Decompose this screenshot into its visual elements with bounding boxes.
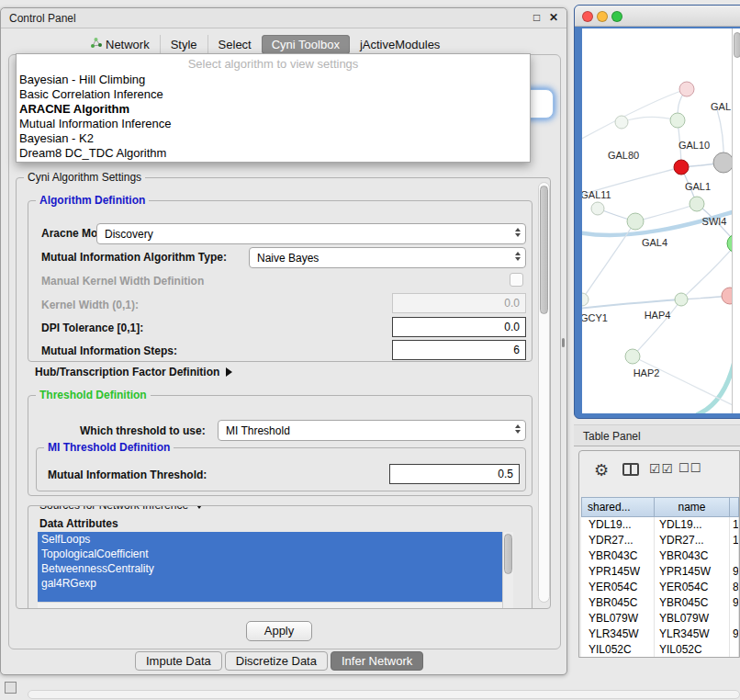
mi-algorithm-type-value: Naive Bayes xyxy=(257,252,319,265)
attributes-list-hscrollbar[interactable] xyxy=(38,602,502,608)
apply-button[interactable]: Apply xyxy=(246,621,312,641)
algorithm-option[interactable]: Basic Correlation Inference xyxy=(17,87,530,102)
gear-icon[interactable]: ⚙ xyxy=(594,460,609,480)
table-row[interactable]: YDL19...YDL19...13 xyxy=(581,517,739,533)
tab-jactivemodules[interactable]: jActiveModules xyxy=(350,35,450,54)
algorithm-option[interactable]: ARACNE Algorithm xyxy=(17,102,530,117)
dpi-tolerance-input[interactable]: 0.0 xyxy=(392,317,526,337)
traffic-light-close[interactable] xyxy=(582,11,593,22)
network-canvas[interactable]: GALGAL80GAL10GAL11GAL1SWI4GAL4GCY1HAP4HA… xyxy=(582,28,732,413)
tab-select[interactable]: Select xyxy=(207,35,262,54)
sources-group-label: Sources for Network Inference xyxy=(39,505,188,512)
mi-algorithm-type-select[interactable]: Naive Bayes xyxy=(249,247,526,268)
table-panel-header[interactable]: Table Panel xyxy=(574,424,740,446)
tab-impute-data[interactable]: Impute Data xyxy=(135,651,222,671)
network-node[interactable] xyxy=(713,152,732,173)
network-node[interactable] xyxy=(690,197,704,211)
minimized-panel-icon[interactable] xyxy=(5,682,17,694)
network-node[interactable] xyxy=(679,82,694,96)
network-node-label: GCY1 xyxy=(582,312,608,323)
network-node[interactable] xyxy=(627,213,644,230)
mi-steps-label: Mutual Information Steps: xyxy=(41,344,177,357)
network-node[interactable] xyxy=(625,349,640,364)
network-vscrollbar-thumb[interactable] xyxy=(734,32,740,58)
kernel-width-label: Kernel Width (0,1): xyxy=(41,299,139,311)
which-threshold-select[interactable]: MI Threshold xyxy=(218,420,526,441)
clear-selection-icon[interactable]: ☐☐ xyxy=(678,461,701,475)
traffic-light-minimize[interactable] xyxy=(597,11,608,22)
table-row[interactable]: YER054CYER054C8. xyxy=(581,580,739,595)
data-attribute-item[interactable]: gal4RGexp xyxy=(38,576,513,591)
data-attribute-item[interactable]: TopologicalCoefficient xyxy=(38,547,513,561)
select-all-checkbox-icon[interactable]: ☑☑ xyxy=(649,461,674,476)
mi-threshold-input[interactable]: 0.5 xyxy=(389,464,520,484)
attributes-list-scrollbar[interactable] xyxy=(502,532,513,608)
network-node[interactable] xyxy=(722,288,732,304)
data-attribute-item[interactable]: BetweennessCentrality xyxy=(38,561,513,576)
settings-scrollbar-thumb[interactable] xyxy=(540,186,548,314)
aracne-mode-select[interactable]: Discovery xyxy=(96,223,526,244)
table-row[interactable]: YPR145WYPR145W9. xyxy=(581,564,739,580)
table-row[interactable]: YLR345WYLR345W9. xyxy=(581,627,739,642)
table-cell: YIL052C xyxy=(655,642,730,658)
tab-style[interactable]: Style xyxy=(160,35,207,54)
network-vscrollbar[interactable] xyxy=(732,28,740,413)
algorithm-dropdown-list: Bayesian - Hill ClimbingBasic Correlatio… xyxy=(17,73,530,161)
table-row[interactable]: YBL079WYBL079W xyxy=(581,611,739,627)
column-header-cut[interactable] xyxy=(730,497,739,517)
sources-group: Sources for Network Inference Data Attri… xyxy=(28,505,533,608)
tab-cyni-toolbox[interactable]: Cyni Toolbox xyxy=(262,35,350,54)
table-panel-title: Table Panel xyxy=(583,430,641,443)
attributes-list-scrollbar-thumb[interactable] xyxy=(504,534,512,574)
algorithm-dropdown-placeholder: Select algorithm to view settings xyxy=(17,56,530,73)
hub-definition-header[interactable]: Hub/Transcription Factor Definition xyxy=(35,366,232,378)
table-cell: YBR045C xyxy=(655,595,730,611)
algorithm-option[interactable]: Bayesian - Hill Climbing xyxy=(17,73,530,87)
columns-icon[interactable] xyxy=(622,463,639,480)
splitter-handle[interactable] xyxy=(562,338,565,347)
network-node[interactable] xyxy=(615,116,628,129)
settings-scrollbar[interactable] xyxy=(538,182,550,603)
table-row[interactable]: YBR043CYBR043C xyxy=(581,548,739,564)
network-node-label: HAP2 xyxy=(633,367,660,378)
control-panel-titlebar[interactable]: Control Panel □ ✕ xyxy=(1,8,566,28)
threshold-definition-group: Threshold Definition Which threshold to … xyxy=(28,395,533,496)
algorithm-definition-group: Algorithm Definition Aracne Mode: Discov… xyxy=(28,200,533,362)
threshold-definition-title: Threshold Definition xyxy=(36,389,151,401)
network-node[interactable] xyxy=(591,202,604,215)
data-attribute-item-partial[interactable] xyxy=(38,591,513,602)
column-header-shared-name[interactable]: shared... xyxy=(581,497,655,517)
network-window-titlebar[interactable] xyxy=(575,6,740,27)
bottom-scrollbar[interactable] xyxy=(28,690,740,699)
data-attributes-list: SelfLoopsTopologicalCoefficientBetweenne… xyxy=(38,532,513,602)
mi-algorithm-type-label: Mutual Information Algorithm Type: xyxy=(41,251,227,264)
table-row[interactable]: YDR27...YDR27...12 xyxy=(581,533,739,548)
network-node[interactable] xyxy=(670,113,685,128)
traffic-light-zoom[interactable] xyxy=(611,11,622,22)
algorithm-option[interactable]: Dream8 DC_TDC Algorithm xyxy=(17,146,530,161)
tab-discretize-data[interactable]: Discretize Data xyxy=(225,651,328,671)
mi-steps-input[interactable]: 6 xyxy=(392,340,526,360)
kernel-width-input: 0.0 xyxy=(392,293,526,313)
network-node[interactable] xyxy=(675,293,688,306)
algorithm-option[interactable]: Mutual Information Inference xyxy=(17,117,530,131)
data-attribute-item[interactable]: SelfLoops xyxy=(38,532,513,547)
table-row[interactable]: YBR045CYBR045C9. xyxy=(581,595,739,611)
column-header-name[interactable]: name xyxy=(655,497,730,517)
table-row[interactable]: YIL052CYIL052C xyxy=(581,642,739,658)
close-icon[interactable]: ✕ xyxy=(549,11,558,24)
dpi-tolerance-label: DPI Tolerance [0,1]: xyxy=(41,322,143,334)
network-node[interactable] xyxy=(582,293,589,306)
table-cell: YER054C xyxy=(655,580,730,595)
float-window-icon[interactable]: □ xyxy=(533,11,540,24)
network-node[interactable] xyxy=(674,160,689,175)
data-attributes-listbox[interactable]: SelfLoopsTopologicalCoefficientBetweenne… xyxy=(38,532,513,608)
tab-network-label: Network xyxy=(106,38,150,51)
algorithm-option[interactable]: Bayesian - K2 xyxy=(17,131,530,146)
control-panel-window: Control Panel □ ✕ Network Style Select C… xyxy=(0,7,567,675)
tab-network[interactable]: Network xyxy=(80,34,160,54)
tab-infer-network[interactable]: Infer Network xyxy=(331,651,423,671)
network-edge xyxy=(698,348,732,413)
table-header-row: shared... name xyxy=(581,497,739,517)
sources-group-title[interactable]: Sources for Network Inference xyxy=(36,505,207,512)
